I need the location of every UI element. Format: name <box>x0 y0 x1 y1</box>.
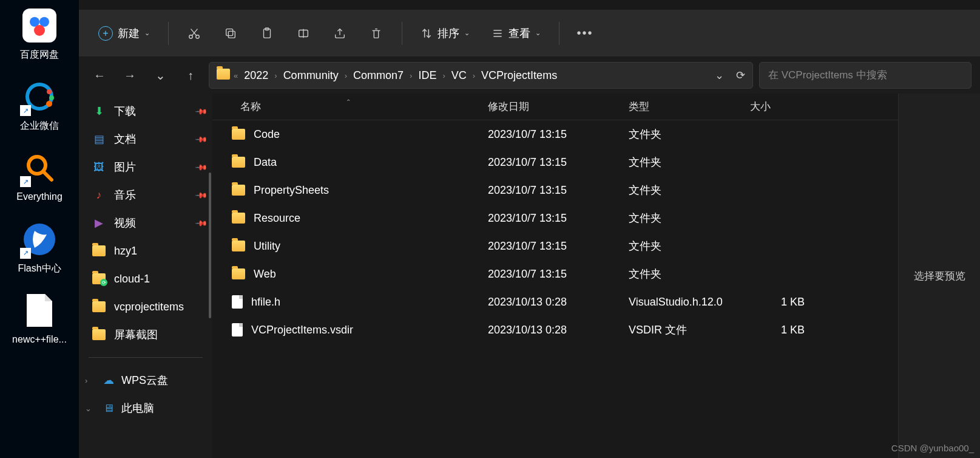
file-type: 文件夹 <box>620 267 742 281</box>
file-name: Data <box>254 156 277 169</box>
sidebar-item-videos[interactable]: ▶ 视频 📌 <box>79 209 212 237</box>
column-header-name[interactable]: 名称 ⌃ <box>212 100 479 114</box>
sidebar-tree-label: WPS云盘 <box>121 373 168 388</box>
column-header-size[interactable]: 大小 <box>742 100 813 114</box>
desktop-icon-everything[interactable]: ↗ Everything <box>9 148 70 202</box>
column-header-type[interactable]: 类型 <box>620 100 742 114</box>
watermark: CSDN @yunbao00_ <box>891 443 974 453</box>
file-date: 2023/10/7 13:15 <box>479 128 620 141</box>
desktop-icon-baidu[interactable]: 百度网盘 <box>9 6 70 60</box>
file-row[interactable]: Code2023/10/7 13:15文件夹 <box>212 120 898 148</box>
back-button[interactable]: ← <box>87 63 112 87</box>
sidebar-item-pictures[interactable]: 🖼 图片 📌 <box>79 153 212 181</box>
sidebar-item-downloads[interactable]: ⬇ 下载 📌 <box>79 97 212 125</box>
refresh-button[interactable]: ⟳ <box>736 69 745 82</box>
chevron-down-icon: ⌄ <box>155 68 166 83</box>
sidebar-item-documents[interactable]: ▤ 文档 📌 <box>79 125 212 153</box>
view-button[interactable]: 查看 ⌄ <box>483 20 549 47</box>
view-label: 查看 <box>509 26 530 41</box>
search-box[interactable] <box>759 62 972 89</box>
sort-button[interactable]: 排序 ⌄ <box>412 20 478 47</box>
file-row[interactable]: Utility2023/10/7 13:15文件夹 <box>212 232 898 260</box>
file-date: 2023/10/13 0:28 <box>479 296 620 309</box>
folder-icon <box>232 241 245 251</box>
up-button[interactable]: ↑ <box>178 63 203 87</box>
folder-icon <box>217 69 230 83</box>
sidebar-tree-wps[interactable]: › ☁ WPS云盘 <box>79 366 212 394</box>
file-name-cell: PropertySheets <box>212 184 479 197</box>
separator <box>168 22 169 45</box>
sidebar-item-label: vcprojectitems <box>114 301 184 313</box>
sidebar-item-music[interactable]: ♪ 音乐 📌 <box>79 181 212 209</box>
file-name: VCProjectItems.vsdir <box>251 324 353 337</box>
share-button[interactable] <box>324 20 356 47</box>
rename-button[interactable] <box>288 20 319 47</box>
search-input[interactable] <box>768 69 962 81</box>
main-area: ⬇ 下载 📌 ▤ 文档 📌 🖼 图片 📌 ♪ 音乐 📌 ▶ 视频 <box>79 94 980 458</box>
preview-pane: 选择要预览 <box>898 94 980 458</box>
desktop-icon-label: newc++file... <box>9 333 70 345</box>
chevron-down-icon: ⌄ <box>85 404 96 413</box>
file-name: Code <box>254 128 280 141</box>
breadcrumb-item[interactable]: VC <box>449 68 469 83</box>
sidebar-item-screenshots[interactable]: 屏幕截图 <box>79 321 212 349</box>
desktop-icon-flash[interactable]: ↗ Flash中心 <box>9 220 70 274</box>
breadcrumb-item[interactable]: IDE <box>416 68 439 83</box>
wecom-icon: ↗ <box>20 77 59 116</box>
pin-icon: 📌 <box>195 104 208 118</box>
chevron-down-icon[interactable]: ⌄ <box>715 69 724 82</box>
file-icon <box>232 323 243 337</box>
chevron-down-icon: ⌄ <box>464 29 470 37</box>
new-button[interactable]: + 新建 ⌄ <box>90 20 158 47</box>
recent-button[interactable]: ⌄ <box>148 63 172 87</box>
desktop-icon-wecom[interactable]: ↗ 企业微信 <box>9 77 70 131</box>
file-row[interactable]: Resource2023/10/7 13:15文件夹 <box>212 204 898 232</box>
file-row[interactable]: Web2023/10/7 13:15文件夹 <box>212 260 898 288</box>
file-name-cell: Resource <box>212 212 479 225</box>
column-header-date[interactable]: 修改日期 <box>479 100 620 114</box>
chevron-right-icon: › <box>85 376 96 385</box>
folder-icon <box>92 244 106 258</box>
everything-icon: ↗ <box>20 148 59 187</box>
file-name: Web <box>254 268 276 281</box>
file-explorer-window: + 新建 ⌄ 排序 ⌄ 查看 ⌄ <box>79 0 980 458</box>
svg-point-7 <box>47 89 52 94</box>
sidebar-tree-thispc[interactable]: ⌄ 🖥 此电脑 <box>79 394 212 422</box>
file-row[interactable]: VCProjectItems.vsdir2023/10/13 0:28VSDIR… <box>212 316 898 344</box>
folder-icon <box>92 300 106 313</box>
copy-button[interactable] <box>215 20 246 47</box>
cloud-icon: ☁ <box>102 374 115 387</box>
sidebar-item-hzy1[interactable]: hzy1 <box>79 237 212 265</box>
file-row[interactable]: PropertySheets2023/10/7 13:15文件夹 <box>212 176 898 204</box>
chevron-down-icon: ⌄ <box>535 29 541 37</box>
file-name-cell: Code <box>212 128 479 141</box>
file-type: 文件夹 <box>620 239 742 253</box>
breadcrumb-item[interactable]: Common7 <box>351 68 406 83</box>
file-row[interactable]: Data2023/10/7 13:15文件夹 <box>212 148 898 176</box>
sidebar-item-label: 屏幕截图 <box>114 327 158 342</box>
cut-button[interactable] <box>178 20 210 47</box>
chevron-right-icon: › <box>274 71 277 80</box>
desktop-icon-label: Everything <box>9 191 70 202</box>
delete-button[interactable] <box>360 20 392 47</box>
scrollbar[interactable] <box>209 173 211 318</box>
paste-button[interactable] <box>251 20 283 47</box>
file-rows-container: Code2023/10/7 13:15文件夹Data2023/10/7 13:1… <box>212 120 898 344</box>
sidebar-item-vcprojectitems[interactable]: vcprojectitems <box>79 293 212 321</box>
sidebar-item-label: 视频 <box>114 216 136 230</box>
more-button[interactable]: ••• <box>569 20 601 47</box>
file-icon <box>20 291 59 330</box>
folder-icon <box>92 328 106 341</box>
desktop-icon-newcpp[interactable]: newc++file... <box>9 291 70 345</box>
file-size: 1 KB <box>742 296 813 309</box>
breadcrumb-item[interactable]: Community <box>281 68 341 83</box>
folder-icon <box>232 129 245 140</box>
file-row[interactable]: hfile.h2023/10/13 0:28VisualStudio.h.12.… <box>212 288 898 316</box>
shortcut-arrow-icon: ↗ <box>20 248 31 259</box>
address-bar[interactable]: « 2022 › Community › Common7 › IDE › VC … <box>209 62 753 89</box>
breadcrumb-item[interactable]: 2022 <box>242 68 271 83</box>
breadcrumb-item[interactable]: VCProjectItems <box>479 68 559 83</box>
sidebar-item-cloud1[interactable]: ⟳ cloud-1 <box>79 265 212 293</box>
pictures-icon: 🖼 <box>92 160 106 174</box>
forward-button[interactable]: → <box>118 63 142 87</box>
